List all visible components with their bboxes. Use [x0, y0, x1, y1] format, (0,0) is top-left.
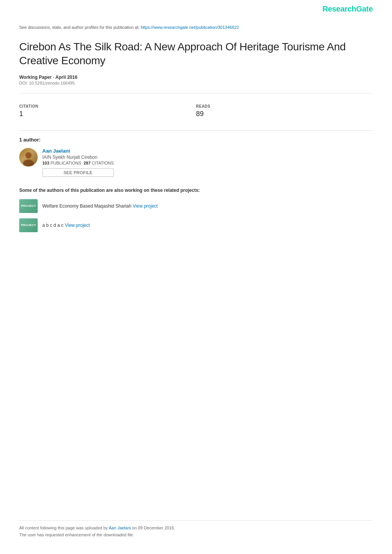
citation-value: 1 [19, 110, 196, 118]
author-avatar [19, 148, 38, 166]
project-thumbnail-1: Project [19, 199, 38, 213]
citation-block: CITATION 1 [19, 100, 196, 123]
reads-label: READS [196, 104, 373, 108]
project-thumbnail-2: Project [19, 218, 38, 232]
see-profile-button[interactable]: SEE PROFILE [42, 168, 114, 177]
stats-divider-top [19, 93, 373, 93]
authors-section: 1 author: Aan Jaelani IAIN Syekh Nurjati… [19, 137, 373, 177]
citation-label: CITATION [19, 104, 196, 108]
publication-title: Cirebon As The Silk Road: A New Approach… [19, 40, 373, 68]
project-link-2[interactable]: View project [65, 223, 90, 228]
project-item-2: Project a b c d a c View project [19, 218, 373, 232]
publication-link[interactable]: https://www.researchgate.net/publication… [141, 25, 239, 30]
top-notice: See discussions, stats, and author profi… [19, 24, 373, 31]
stats-row: CITATION 1 READS 89 [19, 100, 373, 123]
author-stats: 103 PUBLICATIONS 287 CITATIONS [42, 161, 114, 165]
researchgate-logo: ResearchGate [322, 5, 373, 13]
authors-heading: 1 author: [19, 137, 373, 143]
project-item-1: Project Welfare Economy Based Maqashid S… [19, 199, 373, 213]
author-name[interactable]: Aan Jaelani [42, 148, 114, 154]
author-affiliation: IAIN Syekh Nurjati Cirebon [42, 155, 114, 160]
author-info: Aan Jaelani IAIN Syekh Nurjati Cirebon 1… [42, 148, 114, 177]
publication-doi: DOI: 10.5281/zenodo.166495 [19, 81, 373, 85]
stats-divider-bottom [19, 130, 373, 131]
header-bar: ResearchGate [0, 0, 392, 17]
author-avatar-image [19, 148, 38, 166]
project-title-2: a b c d a c View project [42, 223, 90, 228]
footer-line-1: All content following this page was uplo… [19, 524, 373, 532]
footer-line-2: The user has requested enhancement of th… [19, 531, 373, 539]
svg-point-1 [25, 152, 32, 158]
publication-type: Working Paper · April 2016 [19, 75, 373, 80]
reads-block: READS 89 [196, 100, 373, 123]
project-title-1: Welfare Economy Based Maqashid Shariah V… [42, 203, 158, 209]
reads-value: 89 [196, 110, 373, 118]
footer-notice: All content following this page was uplo… [19, 520, 373, 539]
footer-author-link[interactable]: Aan Jaelani [109, 526, 131, 530]
author-card: Aan Jaelani IAIN Syekh Nurjati Cirebon 1… [19, 148, 373, 177]
project-link-1[interactable]: View project [133, 203, 158, 209]
related-projects-section: Some of the authors of this publication … [19, 188, 373, 232]
related-projects-heading: Some of the authors of this publication … [19, 188, 373, 193]
